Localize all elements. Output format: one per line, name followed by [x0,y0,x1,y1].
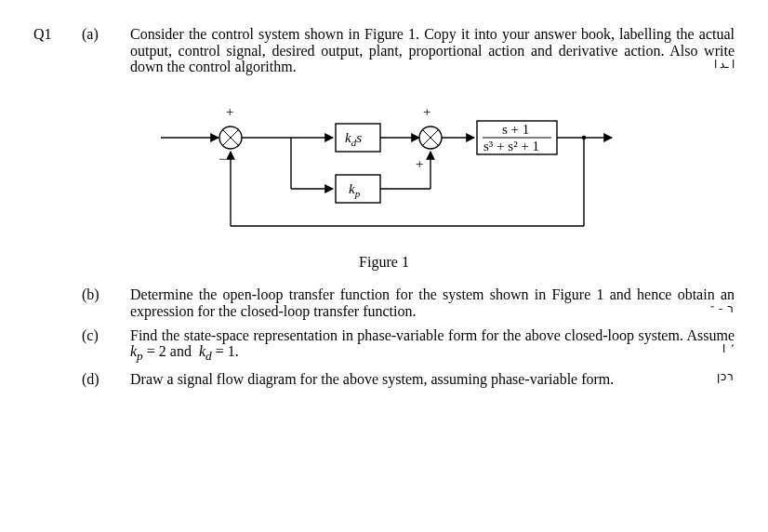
part-c-pre: Find the state-space representation in p… [130,327,735,343]
question-number: Q1 [33,26,65,75]
figure-caption: Figure 1 [33,254,735,271]
marks-d: רכן [717,371,735,383]
sum2-plus-top: + [423,104,430,119]
question-part-d: (d) Draw a signal flow diagram for the a… [33,371,735,388]
part-c-eq: kp = 2 and kd = 1 [130,343,235,359]
marks-a: ا ـد ا [714,59,735,71]
question-part-b: (b) Determine the open-loop transfer fun… [33,286,735,319]
part-text-c: Find the state-space representation in p… [130,327,735,364]
sum1-plus: + [226,104,233,119]
question-part-c: (c) Find the state-space representation … [33,327,735,364]
part-text-a: Consider the control system shown in Fig… [130,26,735,75]
proportional-label: kp [349,181,361,199]
part-label-c: (c) [82,327,113,364]
part-b-body: Determine the open-loop transfer functio… [130,286,735,319]
question-part-a: Q1 (a) Consider the control system shown… [33,26,735,75]
part-text-d: Draw a signal flow diagram for the above… [130,371,735,388]
part-label-b: (b) [82,286,113,319]
marks-b: ר ‑ ־ [710,303,735,315]
part-c-post: . [235,343,239,359]
part-label-a: (a) [82,26,113,75]
plant-numerator: s + 1 [502,122,529,137]
marks-c: ا ‪ ٬ [722,343,735,355]
sum1-minus: − [218,152,226,166]
part-text-b: Determine the open-loop transfer functio… [130,286,735,319]
part-label-d: (d) [82,371,113,388]
derivative-label: kds [345,130,362,148]
sum2-plus-bottom: + [416,156,423,171]
plant-denominator: s³ + s² + 1 [483,139,539,153]
part-d-body: Draw a signal flow diagram for the above… [130,371,614,387]
block-diagram-svg: + − kds kp + + s + 1 s³ + s² + 1 [142,96,626,245]
figure-1: + − kds kp + + s + 1 s³ + s² + 1 [33,96,735,245]
part-a-body: Consider the control system shown in Fig… [130,26,735,74]
